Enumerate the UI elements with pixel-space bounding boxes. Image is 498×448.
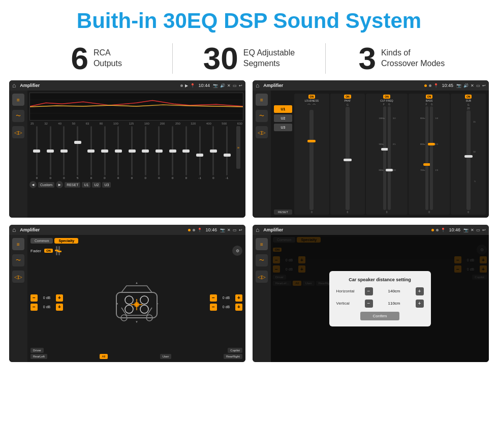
fader-minus-1[interactable]: − <box>30 294 38 302</box>
back-icon[interactable]: ↩ <box>239 83 242 88</box>
reset-button[interactable]: RESET <box>65 182 80 188</box>
fader-on-button[interactable]: ON <box>44 249 53 253</box>
sidebar-vol-icon-4[interactable]: ◁▷ <box>256 271 268 283</box>
eq-slider-11[interactable]: 0 <box>180 126 193 180</box>
stat-rca-label: RCA Outputs <box>94 48 122 69</box>
loudness-channel: ON LOUDNESS ⌒ ⌒ 0 <box>294 94 329 215</box>
fader-settings-icon[interactable]: ⚙ <box>232 246 242 256</box>
sidebar-vol-icon-3[interactable]: ◁▷ <box>12 271 24 283</box>
eq-slider-2[interactable]: 0 <box>57 126 70 180</box>
home-icon-2[interactable]: ⌂ <box>256 82 259 89</box>
sidebar-wave-icon-2[interactable]: 〜 <box>256 110 268 122</box>
common-tab[interactable]: Common <box>30 238 53 244</box>
u3-preset-button[interactable]: U3 <box>274 124 292 131</box>
confirm-button[interactable]: Confirm <box>360 312 399 320</box>
sub-slider[interactable]: 15 10 5 <box>466 110 471 210</box>
driver-button[interactable]: Driver <box>30 348 44 353</box>
eq-slider-10[interactable]: 0 <box>166 126 179 180</box>
copilot-button[interactable]: Copilot <box>228 348 242 353</box>
home-icon-4[interactable]: ⌂ <box>256 226 259 233</box>
u2-preset-button[interactable]: U2 <box>274 114 292 122</box>
close-icon-2: ✕ <box>471 83 474 88</box>
camera-icon-2: 📷 <box>456 83 461 88</box>
horizontal-minus-button[interactable]: − <box>365 287 373 295</box>
cutfreq-on-btn[interactable]: ON <box>383 95 390 99</box>
cutfreq-slider-f[interactable]: 100Hz 90Hz 80Hz <box>383 106 386 210</box>
sidebar-wave-icon-4[interactable]: 〜 <box>256 254 268 266</box>
crossover-reset-button[interactable]: RESET <box>274 210 292 215</box>
back-icon-4[interactable]: ↩ <box>482 228 486 232</box>
dialog-title: Car speaker distance setting <box>336 277 424 282</box>
eq-slider-9[interactable]: 0 <box>153 126 166 180</box>
location-icon-4: 📍 <box>441 228 446 232</box>
eq-slider-7[interactable]: 0 <box>126 126 138 180</box>
sidebar-wave-icon-3[interactable]: 〜 <box>12 254 24 266</box>
vertical-minus-button[interactable]: − <box>365 300 373 308</box>
specialty-tab[interactable]: Specialty <box>54 238 78 244</box>
fader-minus-2[interactable]: − <box>30 304 38 311</box>
loudness-slider[interactable] <box>309 110 314 210</box>
prev-preset-button[interactable]: ◄ <box>29 181 37 188</box>
rear-right-button[interactable]: RearRight <box>224 354 242 359</box>
bass-slider-g[interactable]: 3.0 2.5 2.0 <box>430 106 433 210</box>
vertical-plus-button[interactable]: + <box>416 300 424 308</box>
location-icon-3: 📍 <box>197 228 202 232</box>
fader-plus-3[interactable]: + <box>235 294 242 302</box>
sidebar-eq-icon-4[interactable]: ≡ <box>256 238 268 250</box>
cutfreq-slider-g[interactable]: 3.0 2.5 2.0 <box>388 106 391 210</box>
phat-on-btn[interactable]: ON <box>344 95 351 99</box>
u1-preset-button[interactable]: U1 <box>274 105 292 113</box>
eq-slider-1[interactable]: 0 <box>44 126 57 180</box>
fader-minus-3[interactable]: − <box>210 294 217 302</box>
loudness-on-btn[interactable]: ON <box>308 95 316 99</box>
bass-slider-f[interactable]: 90Hz 80Hz 70Hz <box>425 106 428 210</box>
custom-preset-button[interactable]: Custom <box>38 182 54 188</box>
eq-slider-4[interactable]: 0 <box>85 126 98 180</box>
back-icon-3[interactable]: ↩ <box>239 228 242 232</box>
sidebar-eq-icon-2[interactable]: ≡ <box>256 94 268 106</box>
svg-point-9 <box>140 305 148 313</box>
volume-icon: 🔊 <box>220 83 225 88</box>
window-icon-2: ▭ <box>476 83 480 88</box>
horizontal-plus-button[interactable]: + <box>416 287 424 295</box>
fader-plus-2[interactable]: + <box>56 304 63 311</box>
home-icon[interactable]: ⌂ <box>12 82 16 89</box>
sidebar-wave-icon[interactable]: 〜 <box>12 110 24 122</box>
fader-plus-4[interactable]: + <box>235 304 242 311</box>
fader-db-val-4: 0 dB <box>219 305 234 309</box>
svg-point-8 <box>125 305 133 313</box>
eq-slider-0[interactable]: 0 <box>30 126 43 180</box>
rear-left-button[interactable]: RearLeft <box>30 354 47 359</box>
fader-minus-4[interactable]: − <box>210 304 217 311</box>
u1-button[interactable]: U1 <box>82 182 90 188</box>
sidebar-vol-icon[interactable]: ◁▷ <box>12 126 24 138</box>
next-preset-button[interactable]: ► <box>56 181 63 188</box>
vertical-value: 110cm <box>376 301 413 306</box>
window-icon-3: ▭ <box>233 228 237 232</box>
user-button[interactable]: User <box>160 354 172 359</box>
eq-slider-3[interactable]: 5 <box>71 126 84 180</box>
eq-slider-13[interactable]: 0 <box>207 126 220 180</box>
sidebar-vol-icon-2[interactable]: ◁▷ <box>256 126 268 138</box>
u3-button[interactable]: U3 <box>102 182 111 188</box>
eq-slider-14[interactable]: -1 <box>221 126 233 180</box>
screen-fader: ⌂ Amplifier 📍 10:46 📷 ✕ ▭ ↩ ≡ 〜 ◁▷ Commo… <box>9 225 245 362</box>
back-icon-2[interactable]: ↩ <box>482 83 486 88</box>
fader-plus-1[interactable]: + <box>56 294 63 302</box>
sub-value: 0 <box>468 211 469 214</box>
phat-slider[interactable] <box>346 107 350 210</box>
u2-button[interactable]: U2 <box>92 182 101 188</box>
all-button[interactable]: All <box>100 354 108 359</box>
sub-on-btn[interactable]: ON <box>465 95 472 99</box>
home-icon-3[interactable]: ⌂ <box>12 226 16 233</box>
eq-slider-5[interactable]: 0 <box>99 126 111 180</box>
eq-slider-8[interactable]: 0 <box>139 126 152 180</box>
screen-crossover: ⌂ Amplifier 📍 10:45 📷 🔊 ✕ ▭ ↩ ≡ 〜 ◁▷ <box>253 80 489 218</box>
screen2-content: ≡ 〜 ◁▷ U1 U2 U3 RESET <box>253 91 489 218</box>
eq-slider-6[interactable]: 0 <box>112 126 124 180</box>
sidebar-eq-icon-3[interactable]: ≡ <box>12 238 24 250</box>
eq-slider-expand[interactable]: » <box>234 126 242 180</box>
eq-slider-12[interactable]: -1 <box>194 126 206 180</box>
bass-on-btn[interactable]: ON <box>426 95 433 99</box>
sidebar-eq-icon[interactable]: ≡ <box>12 94 24 106</box>
